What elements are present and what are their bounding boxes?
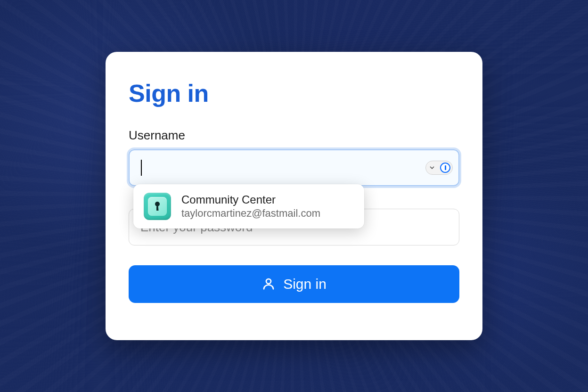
password-vault-icon [144,193,171,220]
autofill-item-subtitle: taylorcmartinez@fastmail.com [181,207,320,220]
autofill-text: Community Center taylorcmartinez@fastmai… [181,193,320,220]
text-cursor [141,160,142,176]
username-input-wrapper [129,149,459,186]
password-manager-pill[interactable] [425,161,453,175]
signin-button[interactable]: Sign in [129,265,459,303]
autofill-suggestion[interactable]: Community Center taylorcmartinez@fastmai… [133,184,364,229]
username-group: Username Commu [129,128,459,186]
signin-button-label: Sign in [283,276,327,292]
onepassword-icon [440,163,450,173]
chevron-down-icon [428,163,436,172]
svg-point-0 [266,279,271,284]
autofill-item-title: Community Center [181,193,320,206]
user-icon [261,277,276,292]
page-title: Sign in [129,79,459,107]
username-label: Username [129,128,459,143]
username-input[interactable] [129,149,459,186]
signin-card: Sign in Username [106,52,482,340]
